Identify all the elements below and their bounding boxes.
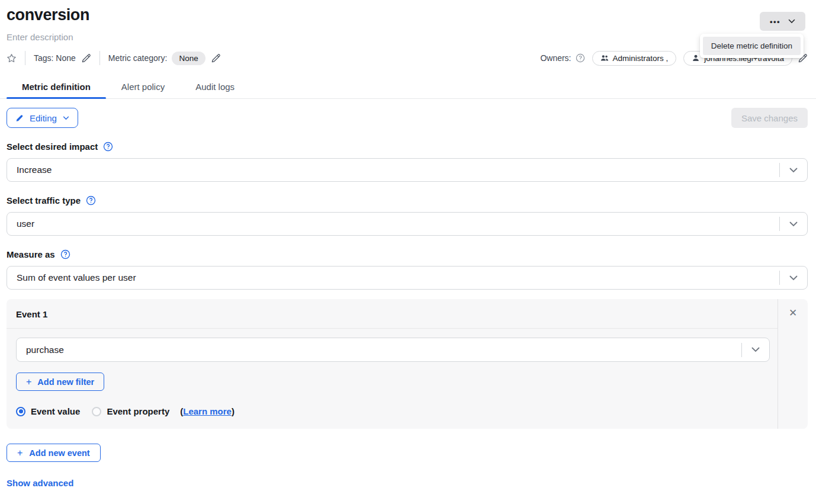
more-actions-button[interactable]: ••• xyxy=(760,12,805,31)
add-event-label: Add new event xyxy=(29,448,89,458)
page-title: conversion xyxy=(7,6,808,24)
event-card-title: Event 1 xyxy=(7,299,778,329)
tab-label: Audit logs xyxy=(195,82,234,92)
traffic-type-select[interactable]: user xyxy=(7,212,808,236)
divider xyxy=(99,51,100,65)
remove-event-button[interactable]: ✕ xyxy=(789,308,797,318)
add-new-filter-button[interactable]: + Add new filter xyxy=(16,373,104,391)
page-header: conversion Enter description Tags: None … xyxy=(0,6,816,65)
tags-label: Tags: None xyxy=(34,53,76,63)
tab-label: Metric definition xyxy=(22,82,91,92)
event-name-select[interactable]: purchase xyxy=(16,338,770,362)
edit-tags-icon[interactable] xyxy=(81,53,91,63)
value-source-radio-group: Event value Event property (Learn more) xyxy=(16,406,770,416)
selected-value: Sum of event values per user xyxy=(7,272,779,283)
pencil-icon xyxy=(15,114,24,122)
paren: ) xyxy=(232,406,234,416)
chevron-down-icon xyxy=(780,168,807,173)
owner-badge-administrators[interactable]: Administrators , xyxy=(592,51,677,66)
person-icon xyxy=(692,54,700,62)
tab-label: Alert policy xyxy=(121,82,165,92)
menu-item-delete-metric-definition[interactable]: Delete metric definition xyxy=(703,37,801,55)
editing-mode-button[interactable]: Editing xyxy=(7,108,78,128)
radio-event-value[interactable]: Event value xyxy=(16,406,80,416)
help-circle-icon[interactable] xyxy=(103,142,113,152)
chevron-down-icon xyxy=(742,347,769,352)
chevron-down-icon xyxy=(780,275,807,281)
tab-metric-definition[interactable]: Metric definition xyxy=(7,78,106,98)
meta-row: Tags: None Metric category: None Owners: xyxy=(7,51,808,65)
field-label-traffic-type: Select traffic type xyxy=(7,195,808,206)
add-new-event-button[interactable]: + Add new event xyxy=(7,444,101,462)
favorite-star-icon[interactable] xyxy=(7,53,17,63)
add-filter-label: Add new filter xyxy=(37,377,94,387)
description-placeholder[interactable]: Enter description xyxy=(7,32,808,42)
owner-badge-label: Administrators , xyxy=(613,54,669,63)
help-circle-icon[interactable] xyxy=(60,249,70,259)
event-card-main: Event 1 purchase + Add new filter xyxy=(7,299,778,429)
editing-label: Editing xyxy=(30,113,57,123)
help-circle-icon[interactable] xyxy=(576,53,585,63)
selected-value: Increase xyxy=(7,165,779,175)
measure-as-select[interactable]: Sum of event values per user xyxy=(7,266,808,290)
field-label-text: Select desired impact xyxy=(7,142,98,152)
radio-label: Event value xyxy=(31,406,80,416)
owners-label: Owners: xyxy=(540,53,571,63)
field-label-text: Select traffic type xyxy=(7,195,81,206)
learn-more-link[interactable]: Learn more xyxy=(183,406,232,416)
tab-bar: Metric definition Alert policy Audit log… xyxy=(0,78,816,99)
radio-label: Event property xyxy=(107,406,169,416)
chevron-down-icon xyxy=(780,221,807,227)
radio-selected-icon xyxy=(16,407,25,416)
tab-audit-logs[interactable]: Audit logs xyxy=(180,78,250,98)
group-icon xyxy=(600,54,609,62)
radio-unselected-icon xyxy=(92,407,101,416)
tab-alert-policy[interactable]: Alert policy xyxy=(106,78,180,98)
event-card: Event 1 purchase + Add new filter xyxy=(7,299,808,429)
selected-value: user xyxy=(7,219,779,229)
plus-icon: + xyxy=(26,377,31,387)
help-circle-icon[interactable] xyxy=(86,195,96,206)
chevron-down-icon xyxy=(63,116,69,120)
divider xyxy=(25,51,25,65)
plus-icon: + xyxy=(17,448,23,458)
event-card-side: ✕ xyxy=(778,299,808,429)
save-changes-button[interactable]: Save changes xyxy=(731,108,808,128)
event-card-body: purchase + Add new filter Event valu xyxy=(7,329,778,416)
selected-value: purchase xyxy=(17,345,741,355)
ellipsis-icon: ••• xyxy=(770,18,780,25)
field-label-desired-impact: Select desired impact xyxy=(7,142,808,152)
metric-category-label: Metric category: xyxy=(108,53,168,63)
chevron-down-icon xyxy=(788,19,795,24)
radio-event-property[interactable]: Event property xyxy=(92,406,169,416)
metric-definition-page: conversion Enter description Tags: None … xyxy=(0,6,816,504)
field-label-measure-as: Measure as xyxy=(7,249,808,259)
desired-impact-select[interactable]: Increase xyxy=(7,158,808,182)
edit-toolbar: Editing Save changes xyxy=(7,108,808,128)
edit-category-icon[interactable] xyxy=(211,53,221,63)
field-label-text: Measure as xyxy=(7,249,55,259)
learn-more-wrap: (Learn more) xyxy=(180,406,234,416)
show-advanced-link[interactable]: Show advanced xyxy=(7,478,73,488)
metric-category-badge[interactable]: None xyxy=(172,52,205,65)
actions-dropdown-menu: Delete metric definition xyxy=(700,34,804,58)
